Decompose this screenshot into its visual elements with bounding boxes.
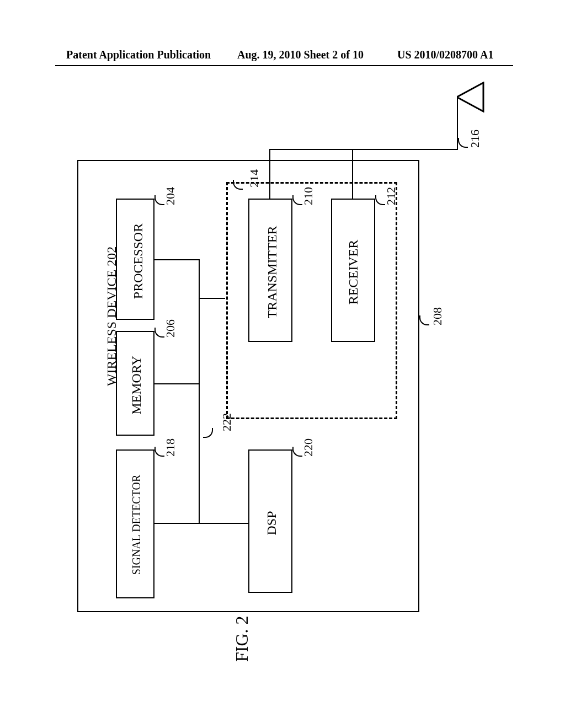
header-left-text: Patent Application Publication bbox=[66, 49, 211, 61]
header-rule bbox=[55, 65, 513, 66]
signal-detector-ref: 218 bbox=[163, 438, 178, 457]
memory-ref: 206 bbox=[163, 319, 178, 338]
signal-detector-block: SIGNAL DETECTOR bbox=[116, 449, 154, 598]
header-right-text: US 2010/0208700 A1 bbox=[397, 49, 493, 61]
processor-block: PROCESSOR bbox=[116, 199, 154, 320]
page: Patent Application Publication Aug. 19, … bbox=[0, 0, 565, 728]
receiver-block: RECEIVER bbox=[331, 199, 375, 342]
housing-ref: 208 bbox=[430, 307, 445, 325]
header-center-text: Aug. 19, 2010 Sheet 2 of 10 bbox=[237, 49, 364, 61]
antenna-icon bbox=[457, 82, 486, 115]
antenna-ref: 216 bbox=[468, 130, 482, 148]
transmitter-riser bbox=[269, 149, 270, 199]
signal-detector-label: SIGNAL DETECTOR bbox=[130, 462, 143, 588]
memory-block: MEMORY bbox=[116, 331, 154, 436]
dsp-block: DSP bbox=[248, 449, 292, 593]
receiver-ref: 212 bbox=[384, 187, 398, 205]
transmitter-block: TRANSMITTER bbox=[248, 199, 292, 342]
processor-label: PROCESSOR bbox=[131, 212, 146, 311]
svg-marker-0 bbox=[457, 83, 483, 111]
dsp-ref: 220 bbox=[301, 438, 316, 457]
signal-detector-stub bbox=[154, 523, 200, 524]
transmitter-ref: 210 bbox=[301, 187, 316, 205]
figure-label: FIG. 2 bbox=[232, 615, 252, 662]
receiver-label: RECEIVER bbox=[346, 228, 361, 317]
tx-to-node bbox=[269, 149, 353, 150]
bus-to-dsp-stub bbox=[199, 523, 248, 524]
processor-ref: 204 bbox=[163, 187, 178, 205]
diagram-canvas: WIRELESS DEVICE 202 PROCESSOR MEMORY SIG… bbox=[55, 77, 513, 684]
transceiver-ref: 214 bbox=[247, 169, 262, 188]
receiver-riser bbox=[352, 149, 353, 199]
memory-stub bbox=[154, 383, 200, 384]
memory-label: MEMORY bbox=[129, 344, 144, 427]
processor-stub bbox=[154, 259, 200, 260]
housing-leader bbox=[419, 315, 429, 325]
transmitter-label: TRANSMITTER bbox=[265, 215, 280, 330]
bus-line bbox=[199, 259, 200, 524]
antenna-feed-h bbox=[353, 149, 458, 150]
dsp-label: DSP bbox=[264, 499, 279, 548]
bus-to-transceiver-stub bbox=[199, 298, 225, 299]
antenna-leader bbox=[458, 138, 468, 148]
bus-ref: 222 bbox=[220, 413, 234, 431]
